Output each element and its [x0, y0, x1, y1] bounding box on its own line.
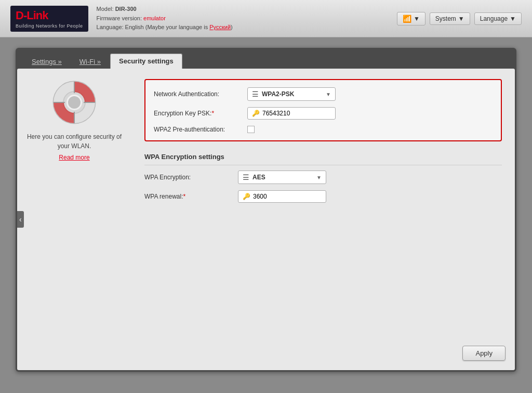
- pre-auth-label: WPA2 Pre-authentication:: [154, 126, 247, 133]
- required-star: *: [211, 110, 214, 117]
- header: D-Link Building Networks for People Mode…: [0, 0, 532, 37]
- language-line: Language: English (Maybe your language i…: [97, 23, 233, 32]
- model-info: Model: DIR-300 Firmware version: emulato…: [97, 5, 233, 32]
- language-chevron-icon: ▼: [510, 15, 516, 22]
- wpa-select-icon: ☰: [243, 173, 249, 181]
- svg-point-5: [68, 96, 81, 109]
- pre-auth-row: WPA2 Pre-authentication:: [154, 126, 493, 133]
- dropdown-arrow-icon: ▼: [326, 91, 331, 97]
- wpa-dropdown-arrow-icon: ▼: [316, 175, 322, 180]
- sidebar: Here you can configure security of your …: [17, 69, 131, 370]
- read-more-link[interactable]: Read more: [59, 154, 89, 161]
- logo-link: -Link: [23, 9, 48, 22]
- encryption-key-row: Encryption Key PSK:* 🔑: [154, 107, 493, 120]
- main-panel: Settings » Wi-Fi » Security settings ‹: [16, 48, 516, 372]
- logo-tagline: Building Networks for People: [16, 23, 83, 29]
- wifi-status-btn[interactable]: 📶 ▼: [397, 12, 425, 25]
- select-icon: ☰: [252, 90, 259, 98]
- panel-content: ‹: [17, 69, 515, 370]
- network-auth-select[interactable]: ☰ WPA2-PSK ▼: [247, 87, 336, 101]
- encryption-key-field[interactable]: [262, 110, 331, 117]
- system-btn[interactable]: System ▼: [430, 12, 470, 25]
- network-auth-row: Network Authentication: ☰ WPA2-PSK ▼: [154, 87, 493, 101]
- language-btn[interactable]: Language ▼: [474, 12, 522, 25]
- left-toggle-btn[interactable]: ‹: [17, 211, 24, 228]
- pre-auth-checkbox[interactable]: [247, 126, 255, 133]
- wpa-renewal-row: WPA renewal:* 🔑: [144, 190, 502, 203]
- tab-bar: Settings » Wi-Fi » Security settings: [17, 49, 515, 69]
- model-line: Model: DIR-300: [97, 5, 233, 14]
- network-auth-label: Network Authentication:: [154, 90, 247, 98]
- encryption-key-input[interactable]: 🔑: [247, 107, 336, 120]
- tab-wifi[interactable]: Wi-Fi »: [71, 55, 109, 69]
- wpa-renewal-input[interactable]: 🔑: [238, 190, 326, 203]
- apply-btn-wrapper: Apply: [462, 346, 506, 361]
- sidebar-help-text: Here you can configure security of your …: [25, 132, 124, 151]
- highlighted-section: Network Authentication: ☰ WPA2-PSK ▼ Enc…: [144, 79, 502, 141]
- main-wrapper: Settings » Wi-Fi » Security settings ‹: [0, 37, 532, 382]
- wpa-renewal-label: WPA renewal:*: [144, 193, 238, 200]
- key-icon: 🔑: [252, 110, 260, 117]
- firmware-line: Firmware version: emulator: [97, 14, 233, 23]
- model-value: DIR-300: [115, 6, 137, 12]
- system-chevron-icon: ▼: [458, 15, 464, 22]
- encryption-key-label: Encryption Key PSK:*: [154, 110, 247, 117]
- wifi-icon: 📶: [403, 15, 411, 23]
- logo-d: D: [16, 9, 23, 22]
- network-auth-value: WPA2-PSK: [262, 90, 326, 98]
- form-area: Network Authentication: ☰ WPA2-PSK ▼ Enc…: [131, 69, 515, 370]
- firmware-link[interactable]: emulator: [143, 15, 166, 21]
- wpa-encryption-value: AES: [252, 174, 316, 181]
- renewal-required-star: *: [183, 193, 185, 200]
- dlink-logo: D-Link: [16, 9, 83, 22]
- logo-area: D-Link Building Networks for People Mode…: [10, 5, 233, 32]
- apply-button[interactable]: Apply: [462, 346, 506, 361]
- lifesaver-icon: [51, 79, 98, 126]
- tab-settings[interactable]: Settings »: [23, 55, 70, 69]
- renewal-key-icon: 🔑: [243, 193, 250, 200]
- lifesaver-svg: [51, 79, 98, 126]
- system-label: System: [435, 15, 456, 22]
- chevron-down-icon: ▼: [414, 15, 420, 22]
- language-link[interactable]: Русский: [209, 24, 231, 30]
- wpa-encryption-label: WPA Encryption:: [144, 174, 238, 181]
- wpa-encryption-select[interactable]: ☰ AES ▼: [238, 171, 326, 184]
- wpa-renewal-field[interactable]: [253, 193, 322, 200]
- tab-security-settings[interactable]: Security settings: [110, 54, 182, 69]
- wpa-section-heading: WPA Encryption settings: [144, 153, 502, 165]
- wpa-encryption-row: WPA Encryption: ☰ AES ▼: [144, 171, 502, 184]
- wpa-section: WPA Encryption settings WPA Encryption: …: [144, 151, 502, 205]
- language-label: Language: [480, 15, 508, 22]
- logo-box: D-Link Building Networks for People: [10, 6, 88, 32]
- header-right: 📶 ▼ System ▼ Language ▼: [397, 12, 522, 25]
